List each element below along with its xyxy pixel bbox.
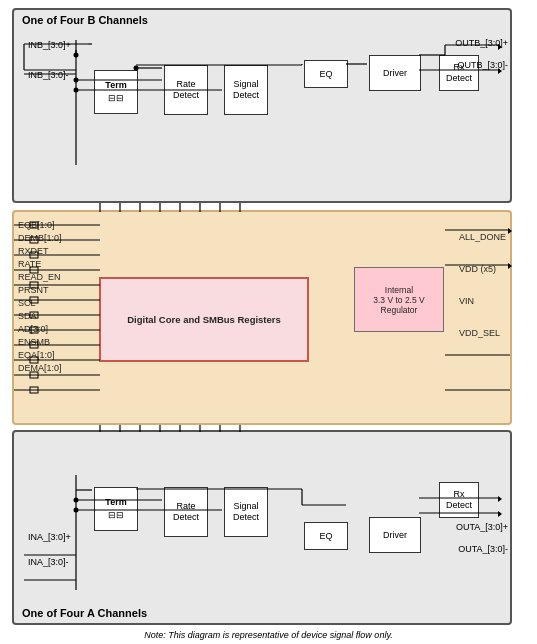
b-rate-detect-block: Rate Detect	[164, 65, 208, 115]
channel-a-title: One of Four A Channels	[22, 607, 147, 619]
a-eq-label: EQ	[319, 531, 332, 542]
channel-a-box: One of Four A Channels Term ⊟⊟ Rate Dete…	[12, 430, 512, 625]
pin-all-done: ALL_DONE	[459, 232, 506, 242]
a-rx-detect-block: Rx Detect	[439, 482, 479, 518]
a-eq-block: EQ	[304, 522, 348, 550]
pin-vdd: VDD (x5)	[459, 264, 506, 274]
pin-scl: SCL	[18, 298, 62, 308]
b-signal-detect-block: Signal Detect	[224, 65, 268, 115]
pin-read-en: READ_EN	[18, 272, 62, 282]
a-signal-label: Signal Detect	[233, 501, 259, 523]
b-output-neg-label: OUTB_[3:0]-	[457, 60, 508, 70]
a-driver-label: Driver	[383, 530, 407, 541]
b-driver-block: Driver	[369, 55, 421, 91]
a-rate-label: Rate Detect	[173, 501, 199, 523]
a-input-pos-label: INA_[3:0]+	[28, 532, 71, 542]
b-driver-label: Driver	[383, 68, 407, 79]
b-term-label: Term	[105, 80, 126, 91]
bottom-note: Note: This diagram is representative of …	[0, 630, 537, 640]
pin-ensmb: ENSMB	[18, 337, 62, 347]
channel-b-title: One of Four B Channels	[22, 14, 148, 26]
a-term-label: Term	[105, 497, 126, 508]
b-output-pos-label: OUTB_[3:0]+	[455, 38, 508, 48]
a-signal-detect-block: Signal Detect	[224, 487, 268, 537]
channel-b-box: One of Four B Channels Term ⊟⊟ Rate Dete…	[12, 8, 512, 203]
a-rx-label: Rx Detect	[446, 489, 472, 511]
pin-eqa: EQA[1:0]	[18, 350, 62, 360]
pin-vdd-sel: VDD_SEL	[459, 328, 506, 338]
a-driver-block: Driver	[369, 517, 421, 553]
a-term-block: Term ⊟⊟	[94, 487, 138, 531]
internal-reg-label: Internal 3.3 V to 2.5 V Regulator	[373, 285, 425, 315]
b-input-pos-label: INB_[3:0]+	[28, 40, 71, 50]
right-pins: ALL_DONE VDD (x5) VIN VDD_SEL	[459, 232, 506, 346]
digital-section: EQB[1:0] DEMB[1:0] RXDET RATE READ_EN PR…	[12, 210, 512, 425]
b-input-neg-label: INB_[3:0]-	[28, 70, 69, 80]
a-output-neg-label: OUTA_[3:0]-	[458, 544, 508, 554]
pin-sda: SDA	[18, 311, 62, 321]
internal-reg-block: Internal 3.3 V to 2.5 V Regulator	[354, 267, 444, 332]
b-eq-label: EQ	[319, 69, 332, 80]
pin-ad: AD[3:0]	[18, 324, 62, 334]
a-output-pos-label: OUTA_[3:0]+	[456, 522, 508, 532]
digital-core-label: Digital Core and SMBus Registers	[127, 314, 281, 325]
pin-demb: DEMB[1:0]	[18, 233, 62, 243]
b-term-block: Term ⊟⊟	[94, 70, 138, 114]
pin-eqb: EQB[1:0]	[18, 220, 62, 230]
b-rate-label: Rate Detect	[173, 79, 199, 101]
digital-core-block: Digital Core and SMBus Registers	[99, 277, 309, 362]
left-pins: EQB[1:0] DEMB[1:0] RXDET RATE READ_EN PR…	[18, 220, 62, 376]
b-signal-label: Signal Detect	[233, 79, 259, 101]
page: One of Four B Channels Term ⊟⊟ Rate Dete…	[0, 0, 537, 644]
a-rate-detect-block: Rate Detect	[164, 487, 208, 537]
pin-dema: DEMA[1:0]	[18, 363, 62, 373]
pin-rxdet: RXDET	[18, 246, 62, 256]
pin-prsnt: PRSNT	[18, 285, 62, 295]
pin-vin: VIN	[459, 296, 506, 306]
a-input-neg-label: INA_[3:0]-	[28, 557, 69, 567]
pin-rate: RATE	[18, 259, 62, 269]
b-eq-block: EQ	[304, 60, 348, 88]
